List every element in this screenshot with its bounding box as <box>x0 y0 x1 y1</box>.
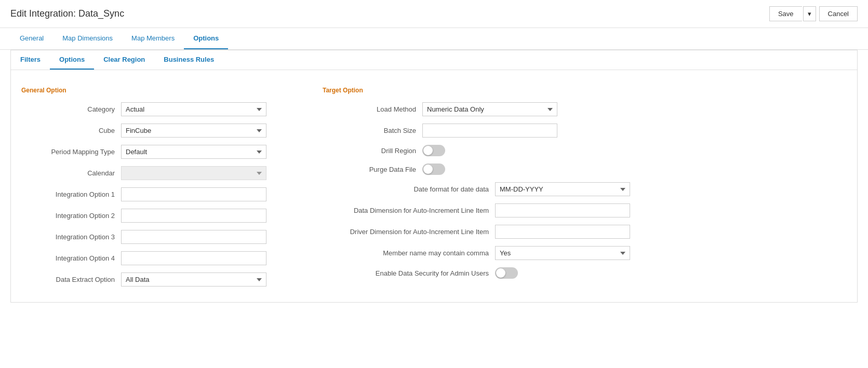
member-name-comma-row: Member name may contain comma Yes No <box>323 246 847 260</box>
tab-map-dimensions[interactable]: Map Dimensions <box>53 28 122 49</box>
integration-option-1-label: Integration Option 1 <box>21 190 115 198</box>
integration-option-2-row: Integration Option 2 <box>21 209 291 223</box>
period-mapping-row: Period Mapping Type Default <box>21 145 291 159</box>
period-mapping-label: Period Mapping Type <box>21 148 115 156</box>
calendar-select[interactable] <box>121 166 266 180</box>
date-format-row: Date format for date data MM-DD-YYYY DD-… <box>323 182 847 196</box>
load-method-select[interactable]: Numeric Data Only All Data Store Data <box>422 102 557 116</box>
tab-map-members[interactable]: Map Members <box>122 28 184 49</box>
integration-option-1-input[interactable] <box>121 187 266 201</box>
save-dropdown-button[interactable]: ▾ <box>803 6 816 21</box>
cube-label: Cube <box>21 127 115 134</box>
tab-options[interactable]: Options <box>184 28 228 49</box>
page-title: Edit Integration: Data_Sync <box>10 8 124 19</box>
purge-data-file-label: Purge Data File <box>323 166 416 173</box>
drill-region-toggle-track <box>422 145 445 156</box>
driver-dimension-label: Driver Dimension for Auto-Increment Line… <box>323 228 489 236</box>
inner-tab-options[interactable]: Options <box>50 50 94 70</box>
data-dimension-input[interactable] <box>495 203 630 217</box>
batch-size-row: Batch Size 10000 <box>323 124 847 138</box>
enable-data-security-toggle[interactable] <box>495 267 518 279</box>
data-dimension-label: Data Dimension for Auto-Increment Line I… <box>323 207 489 214</box>
cube-row: Cube FinCube <box>21 124 291 138</box>
drill-region-row: Drill Region <box>323 145 847 156</box>
enable-data-security-toggle-thumb <box>496 268 505 278</box>
purge-data-file-toggle-thumb <box>423 165 433 174</box>
inner-tab-business-rules[interactable]: Business Rules <box>154 50 223 70</box>
integration-option-3-input[interactable] <box>121 230 266 244</box>
enable-data-security-label: Enable Data Security for Admin Users <box>323 269 489 277</box>
member-name-comma-label: Member name may contain comma <box>323 249 489 257</box>
driver-dimension-row: Driver Dimension for Auto-Increment Line… <box>323 225 847 239</box>
integration-option-4-row: Integration Option 4 <box>21 251 291 265</box>
category-select[interactable]: Actual Budget Forecast <box>121 102 266 116</box>
cube-select[interactable]: FinCube <box>121 124 266 138</box>
integration-option-2-input[interactable] <box>121 209 266 223</box>
load-method-row: Load Method Numeric Data Only All Data S… <box>323 102 847 116</box>
integration-option-3-row: Integration Option 3 <box>21 230 291 244</box>
batch-size-label: Batch Size <box>323 127 416 134</box>
inner-tabs: Filters Options Clear Region Business Ru… <box>11 50 857 70</box>
member-name-comma-select[interactable]: Yes No <box>495 246 630 260</box>
target-option-label: Target Option <box>323 87 847 94</box>
content-area: Filters Options Clear Region Business Ru… <box>0 50 868 313</box>
integration-option-3-label: Integration Option 3 <box>21 233 115 241</box>
enable-data-security-row: Enable Data Security for Admin Users <box>323 267 847 279</box>
category-row: Category Actual Budget Forecast <box>21 102 291 116</box>
data-dimension-row: Data Dimension for Auto-Increment Line I… <box>323 203 847 217</box>
header-actions: Save ▾ Cancel <box>769 6 858 21</box>
calendar-row: Calendar <box>21 166 291 180</box>
page-header: Edit Integration: Data_Sync Save ▾ Cance… <box>0 0 868 28</box>
integration-option-2-label: Integration Option 2 <box>21 212 115 220</box>
enable-data-security-toggle-track <box>495 267 518 279</box>
date-format-select[interactable]: MM-DD-YYYY DD-MM-YYYY YYYY-MM-DD <box>495 182 630 196</box>
purge-data-file-toggle[interactable] <box>422 163 445 175</box>
target-option-section: Target Option Load Method Numeric Data O… <box>302 87 847 294</box>
form-body: General Option Category Actual Budget Fo… <box>11 78 857 302</box>
save-button[interactable]: Save <box>769 6 802 21</box>
general-option-section: General Option Category Actual Budget Fo… <box>21 87 302 294</box>
general-option-label: General Option <box>21 87 291 94</box>
top-nav: General Map Dimensions Map Members Optio… <box>0 28 868 50</box>
drill-region-label: Drill Region <box>323 147 416 155</box>
period-mapping-select[interactable]: Default <box>121 145 266 159</box>
category-label: Category <box>21 105 115 113</box>
purge-data-file-row: Purge Data File <box>323 163 847 175</box>
drill-region-toggle[interactable] <box>422 145 445 156</box>
driver-dimension-input[interactable] <box>495 225 630 239</box>
cancel-button[interactable]: Cancel <box>819 6 858 21</box>
data-extract-option-row: Data Extract Option All Data All Data by… <box>21 272 291 287</box>
calendar-label: Calendar <box>21 169 115 177</box>
drill-region-toggle-thumb <box>423 146 433 155</box>
integration-option-4-input[interactable] <box>121 251 266 265</box>
main-container: Filters Options Clear Region Business Ru… <box>10 50 858 303</box>
batch-size-input[interactable]: 10000 <box>422 124 557 138</box>
data-extract-option-select[interactable]: All Data All Data by Period <box>121 272 266 287</box>
tab-general[interactable]: General <box>10 28 53 49</box>
load-method-label: Load Method <box>323 105 416 113</box>
inner-tab-filters[interactable]: Filters <box>11 50 50 70</box>
purge-data-file-toggle-track <box>422 163 445 175</box>
integration-option-4-label: Integration Option 4 <box>21 254 115 262</box>
data-extract-option-label: Data Extract Option <box>21 276 115 283</box>
integration-option-1-row: Integration Option 1 <box>21 187 291 201</box>
date-format-label: Date format for date data <box>323 185 489 193</box>
inner-tab-clear-region[interactable]: Clear Region <box>94 50 154 70</box>
